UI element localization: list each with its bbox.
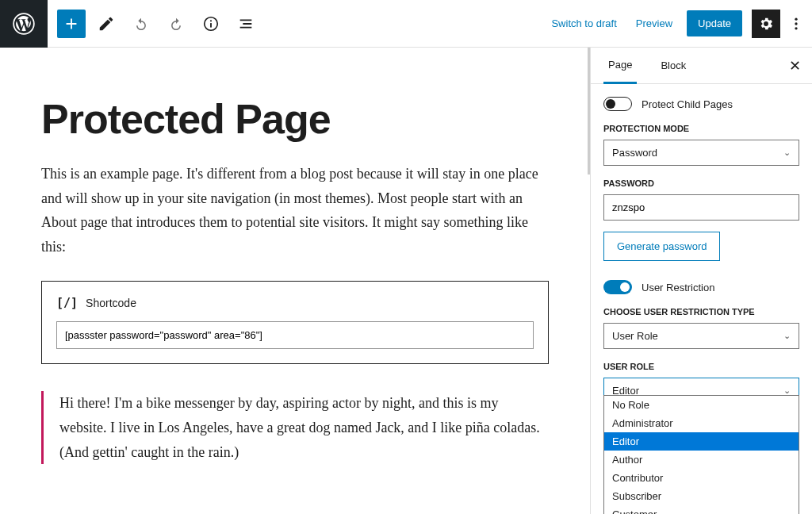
user-role-dropdown[interactable]: No RoleAdministratorEditorAuthorContribu… bbox=[603, 395, 799, 514]
settings-sidebar: Page Block ✕ Protect Child Pages PROTECT… bbox=[590, 48, 812, 514]
chevron-down-icon: ⌄ bbox=[783, 331, 791, 341]
add-block-button[interactable] bbox=[57, 10, 86, 38]
redo-button[interactable] bbox=[162, 10, 190, 38]
chevron-down-icon: ⌄ bbox=[783, 148, 791, 158]
undo-button[interactable] bbox=[127, 10, 155, 38]
role-option[interactable]: No Role bbox=[604, 396, 799, 414]
shortcode-block[interactable]: [/] Shortcode bbox=[41, 281, 549, 364]
role-option[interactable]: Contributor bbox=[604, 469, 799, 487]
role-option[interactable]: Customer bbox=[604, 505, 799, 514]
sidebar-tabs: Page Block ✕ bbox=[591, 48, 812, 84]
top-toolbar: Switch to draft Preview Update bbox=[0, 0, 812, 48]
protection-mode-select[interactable]: Password⌄ bbox=[603, 140, 799, 166]
restriction-type-label: CHOOSE USER RESTRICTION TYPE bbox=[603, 307, 799, 316]
edit-icon[interactable] bbox=[92, 10, 121, 38]
page-title[interactable]: Protected Page bbox=[41, 95, 549, 143]
preview-button[interactable]: Preview bbox=[626, 11, 682, 36]
generate-password-button[interactable]: Generate password bbox=[603, 232, 720, 261]
shortcode-icon: [/] bbox=[56, 296, 78, 310]
user-role-label: USER ROLE bbox=[603, 362, 799, 371]
close-sidebar-button[interactable]: ✕ bbox=[789, 57, 801, 75]
protect-child-label: Protect Child Pages bbox=[642, 98, 733, 110]
svg-point-5 bbox=[795, 22, 797, 25]
more-options-button[interactable] bbox=[785, 10, 807, 38]
editor-canvas[interactable]: Protected Page This is an example page. … bbox=[0, 48, 590, 514]
switch-to-draft-button[interactable]: Switch to draft bbox=[542, 11, 626, 36]
shortcode-header: [/] Shortcode bbox=[56, 296, 534, 310]
role-option[interactable]: Author bbox=[604, 451, 799, 469]
user-restriction-label: User Restriction bbox=[642, 282, 714, 293]
quote-block[interactable]: Hi there! I'm a bike messenger by day, a… bbox=[41, 391, 549, 464]
shortcode-label: Shortcode bbox=[86, 297, 136, 309]
shortcode-input[interactable] bbox=[56, 321, 534, 349]
role-option[interactable]: Administrator bbox=[604, 414, 799, 432]
role-option[interactable]: Editor bbox=[604, 432, 799, 451]
restriction-type-select[interactable]: User Role⌄ bbox=[603, 323, 799, 349]
update-button[interactable]: Update bbox=[687, 10, 742, 36]
password-input[interactable] bbox=[603, 194, 799, 221]
tab-page[interactable]: Page bbox=[603, 48, 637, 84]
svg-point-2 bbox=[210, 20, 212, 21]
protect-child-toggle[interactable] bbox=[603, 97, 632, 111]
password-label: PASSWORD bbox=[603, 178, 799, 188]
svg-point-6 bbox=[795, 27, 797, 29]
tab-block[interactable]: Block bbox=[656, 48, 691, 82]
svg-point-4 bbox=[795, 17, 797, 20]
settings-button[interactable] bbox=[752, 10, 780, 38]
protection-mode-label: PROTECTION MODE bbox=[603, 124, 799, 133]
wordpress-logo[interactable] bbox=[0, 0, 48, 48]
role-option[interactable]: Subscriber bbox=[604, 487, 799, 505]
user-restriction-toggle[interactable] bbox=[603, 280, 632, 294]
info-button[interactable] bbox=[197, 10, 225, 38]
svg-rect-3 bbox=[210, 23, 212, 28]
outline-button[interactable] bbox=[232, 10, 260, 38]
intro-paragraph[interactable]: This is an example page. It's different … bbox=[41, 162, 549, 259]
